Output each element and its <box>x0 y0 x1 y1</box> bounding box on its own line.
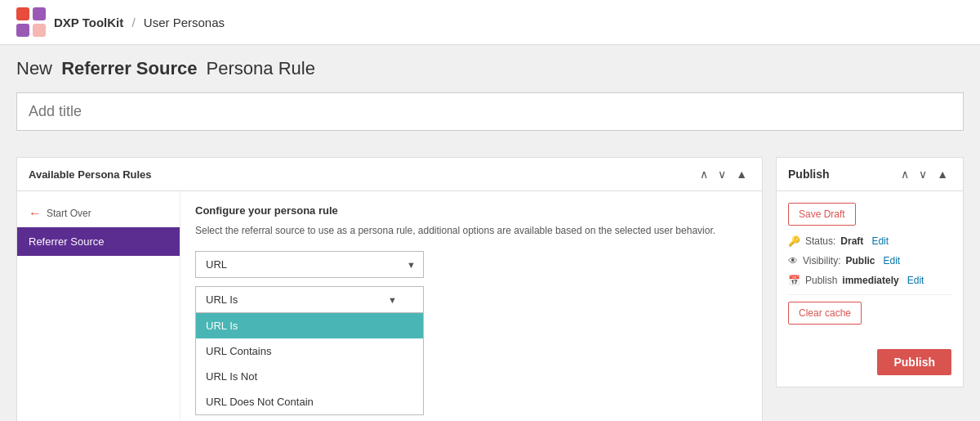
url-dropdown-wrap: URL Domain Path ▼ <box>195 251 747 278</box>
breadcrumb-separator: / <box>131 16 135 29</box>
publish-timing-text: immediately <box>842 275 898 286</box>
title-bold: Referrer Source <box>61 58 197 78</box>
option-url-is[interactable]: URL Is <box>196 313 423 338</box>
rule-label: Referrer Source <box>29 235 104 248</box>
status-label: Status: <box>805 235 835 247</box>
svg-rect-0 <box>16 7 29 20</box>
condition-select-wrapper: URL Is ▼ URL Is URL Contains <box>195 286 747 415</box>
visibility-edit-link[interactable]: Edit <box>883 255 900 266</box>
publish-divider <box>788 294 951 295</box>
option-url-contains-label: URL Contains <box>206 345 271 357</box>
svg-rect-2 <box>16 24 29 37</box>
publish-panel-title: Publish <box>788 168 830 181</box>
start-over-label: Start Over <box>47 208 91 219</box>
condition-dropdown-arrow-icon: ▼ <box>388 295 397 305</box>
option-url-does-not-contain-label: URL Does Not Contain <box>206 396 314 408</box>
visibility-value: Public <box>845 255 875 266</box>
clear-cache-label: Clear cache <box>799 307 851 319</box>
publish-timing-row: 📅 Publish immediately Edit <box>788 275 951 286</box>
panel-collapse-up-btn[interactable]: ∧ <box>697 166 711 182</box>
condition-dropdown-list: URL Is URL Contains URL Is Not URL Does … <box>195 313 424 415</box>
publish-timing-edit-link[interactable]: Edit <box>907 275 924 286</box>
svg-rect-3 <box>33 24 46 37</box>
app-logo-icon <box>16 7 46 37</box>
status-value: Draft <box>840 235 863 247</box>
logo-area: DXP ToolKit / User Personas <box>16 7 225 37</box>
title-suffix: Persona Rule <box>207 58 315 78</box>
option-url-is-not-label: URL Is Not <box>206 370 257 383</box>
condition-dropdown-wrap: URL Is ▼ URL Is URL Contains <box>195 286 747 415</box>
publish-button[interactable]: Publish <box>877 349 951 375</box>
title-input[interactable] <box>17 93 963 130</box>
publish-collapse-down-btn[interactable]: ∨ <box>915 166 930 182</box>
publish-panel-body: Save Draft 🔑 Status: Draft Edit 👁 Visibi… <box>777 191 963 349</box>
arrow-left-icon: ← <box>29 206 42 221</box>
condition-dropdown-trigger[interactable]: URL Is ▼ <box>195 286 424 313</box>
condition-selected-label: URL Is <box>206 293 238 306</box>
publish-panel-footer: Publish <box>777 349 963 387</box>
panel-header-controls: ∧ ∨ ▲ <box>697 166 751 182</box>
status-icon: 🔑 <box>788 235 800 247</box>
panel-collapse-down-btn[interactable]: ∨ <box>715 166 729 182</box>
option-url-contains[interactable]: URL Contains <box>196 338 423 364</box>
rule-list: ← Start Over Referrer Source <box>17 191 180 421</box>
rule-item-referrer-source[interactable]: Referrer Source <box>17 227 180 256</box>
panel-title: Available Persona Rules <box>29 168 152 181</box>
publish-timing-label: Publish <box>805 275 837 286</box>
option-url-is-not[interactable]: URL Is Not <box>196 364 423 389</box>
publish-header-controls: ∧ ∨ ▲ <box>898 166 951 182</box>
save-draft-button[interactable]: Save Draft <box>788 203 856 226</box>
visibility-row: 👁 Visibility: Public Edit <box>788 255 951 266</box>
title-prefix: New <box>16 58 52 78</box>
publish-button-label: Publish <box>893 356 935 369</box>
publish-panel: Publish ∧ ∨ ▲ Save Draft 🔑 Status: Draft… <box>776 157 964 387</box>
url-select[interactable]: URL Domain Path <box>195 251 424 278</box>
svg-rect-1 <box>33 7 46 20</box>
app-header: DXP ToolKit / User Personas <box>0 0 980 45</box>
app-name: DXP ToolKit <box>54 16 123 29</box>
persona-rules-panel: Available Persona Rules ∧ ∨ ▲ ← Start Ov… <box>16 157 763 421</box>
config-title: Configure your persona rule <box>195 204 747 217</box>
publish-timing-value: immediately <box>842 275 898 286</box>
page-title: New Referrer Source Persona Rule <box>0 45 980 79</box>
panel-close-btn[interactable]: ▲ <box>733 166 751 182</box>
option-url-does-not-contain[interactable]: URL Does Not Contain <box>196 389 423 414</box>
panel-header: Available Persona Rules ∧ ∨ ▲ <box>17 158 762 191</box>
visibility-value-text: Public <box>845 255 875 266</box>
visibility-icon: 👁 <box>788 255 798 266</box>
main-content: Available Persona Rules ∧ ∨ ▲ ← Start Ov… <box>0 141 980 421</box>
url-select-wrapper: URL Domain Path ▼ <box>195 251 424 278</box>
status-row: 🔑 Status: Draft Edit <box>788 235 951 247</box>
status-value-text: Draft <box>840 235 863 247</box>
title-input-container <box>16 92 964 131</box>
status-edit-link[interactable]: Edit <box>871 235 889 247</box>
config-desc: Select the referral source to use as a p… <box>195 223 747 238</box>
save-draft-label: Save Draft <box>799 208 845 220</box>
clear-cache-button[interactable]: Clear cache <box>788 302 862 325</box>
calendar-icon: 📅 <box>788 275 800 286</box>
publish-collapse-up-btn[interactable]: ∧ <box>898 166 912 182</box>
panel-body: ← Start Over Referrer Source Configure y… <box>17 191 762 421</box>
start-over-button[interactable]: ← Start Over <box>17 199 180 227</box>
option-url-is-label: URL Is <box>206 320 238 332</box>
publish-close-btn[interactable]: ▲ <box>933 166 951 182</box>
publish-panel-header: Publish ∧ ∨ ▲ <box>777 158 963 191</box>
config-area: Configure your persona rule Select the r… <box>180 191 762 421</box>
header-breadcrumb: DXP ToolKit / User Personas <box>54 16 225 29</box>
section-name: User Personas <box>144 16 225 29</box>
visibility-label: Visibility: <box>803 255 840 266</box>
